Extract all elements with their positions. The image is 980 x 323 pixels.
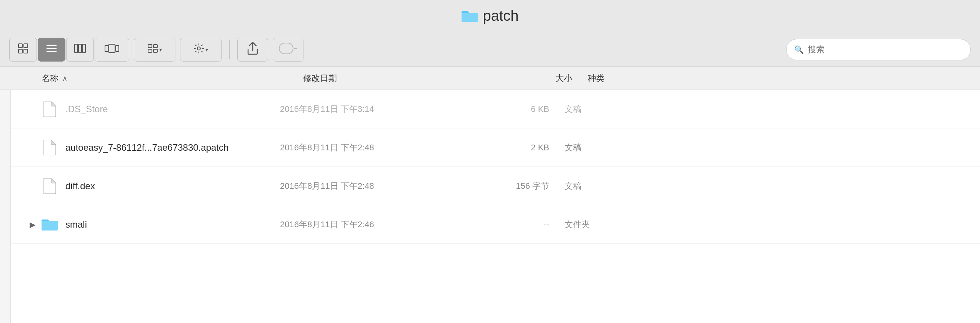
file-name-text: .DS_Store: [65, 104, 108, 115]
row-indent: ▶: [11, 220, 42, 229]
svg-rect-15: [148, 49, 152, 52]
column-headers: 名称 ∧ 修改日期 大小 种类: [0, 67, 980, 90]
sort-arrow-icon: ∧: [62, 74, 67, 83]
svg-rect-12: [116, 45, 119, 52]
col-header-name[interactable]: 名称 ∧: [11, 73, 303, 84]
file-size: --: [457, 220, 557, 230]
folder-icon-title: [462, 10, 478, 23]
gear-button[interactable]: ▾: [180, 38, 222, 62]
svg-rect-3: [24, 49, 28, 53]
file-date: 2016年8月11日 下午2:48: [280, 142, 457, 153]
table-row[interactable]: .DS_Store2016年8月11日 下午3:146 KB文稿: [11, 90, 980, 128]
window-title: patch: [483, 8, 519, 24]
toolbar: ▾ ▾: [0, 32, 980, 67]
file-size: 156 字节: [457, 180, 557, 192]
file-icon: [42, 100, 58, 119]
file-size: 2 KB: [457, 143, 557, 153]
file-area: 名称 ∧ 修改日期 大小 种类 .DS_Store2016年8月11日 下午3:…: [0, 67, 980, 323]
table-row[interactable]: diff.dex2016年8月11日 下午2:48156 字节文稿: [11, 167, 980, 205]
svg-rect-16: [153, 49, 157, 52]
file-date: 2016年8月11日 下午3:14: [280, 103, 457, 115]
tag-button[interactable]: [273, 38, 303, 62]
col-header-size[interactable]: 大小: [480, 73, 580, 84]
table-row[interactable]: ▶ smali2016年8月11日 下午2:46--文件夹: [11, 205, 980, 244]
file-name-col: .DS_Store: [11, 100, 280, 119]
table-row[interactable]: autoeasy_7-86112f...7ae673830.apatch2016…: [11, 128, 980, 167]
file-type: 文稿: [557, 103, 980, 115]
svg-rect-13: [148, 45, 152, 48]
file-name-text: smali: [65, 219, 87, 230]
gear-dropdown-arrow: ▾: [205, 47, 208, 53]
file-date: 2016年8月11日 下午2:48: [280, 180, 457, 192]
svg-rect-0: [18, 44, 22, 48]
svg-rect-8: [78, 44, 82, 53]
file-name-col: diff.dex: [11, 176, 280, 196]
svg-rect-9: [82, 44, 85, 53]
file-name-col: ▶ smali: [11, 215, 280, 234]
svg-rect-10: [105, 45, 108, 52]
view-columns-icon: [74, 44, 86, 55]
file-name-col: autoeasy_7-86112f...7ae673830.apatch: [11, 138, 280, 157]
svg-rect-2: [18, 49, 22, 53]
view-cover-icon: [105, 44, 119, 55]
view-columns-button[interactable]: [66, 38, 94, 62]
search-box[interactable]: 🔍: [786, 39, 971, 60]
file-name-text: diff.dex: [65, 181, 95, 191]
file-list: .DS_Store2016年8月11日 下午3:146 KB文稿 autoeas…: [11, 90, 980, 323]
svg-rect-14: [153, 45, 157, 48]
finder-window: patch: [0, 0, 980, 323]
share-icon: [247, 42, 258, 57]
view-grid-icon: [18, 43, 28, 56]
main-content: .DS_Store2016年8月11日 下午3:146 KB文稿 autoeas…: [0, 90, 980, 323]
file-icon: [42, 138, 58, 157]
group-button-group: ▾: [134, 38, 175, 62]
svg-rect-1: [24, 44, 28, 48]
title-bar-content: patch: [462, 8, 519, 24]
file-size: 6 KB: [457, 104, 557, 114]
folder-icon: [42, 215, 58, 234]
view-buttons-group: [9, 38, 129, 62]
col-header-type[interactable]: 种类: [580, 73, 980, 84]
gear-icon: [194, 43, 204, 56]
sidebar-strip: [0, 90, 11, 323]
file-type: 文稿: [557, 180, 980, 192]
share-button[interactable]: [237, 38, 268, 62]
tag-icon: [279, 43, 297, 57]
col-header-date[interactable]: 修改日期: [303, 73, 480, 84]
group-icon: [148, 44, 158, 55]
view-list-button[interactable]: [38, 38, 65, 62]
file-type: 文件夹: [557, 219, 980, 230]
group-button[interactable]: ▾: [134, 38, 175, 62]
title-bar: patch: [0, 0, 980, 32]
svg-point-17: [197, 47, 200, 50]
file-icon: [42, 176, 58, 196]
view-cover-button[interactable]: [95, 38, 129, 62]
svg-rect-7: [75, 44, 78, 53]
expand-arrow-icon[interactable]: ▶: [30, 220, 35, 229]
search-input[interactable]: [808, 45, 963, 55]
file-name-text: autoeasy_7-86112f...7ae673830.apatch: [65, 142, 228, 153]
search-icon: 🔍: [794, 45, 804, 54]
svg-rect-11: [109, 44, 115, 53]
toolbar-separator-1: [229, 40, 230, 59]
group-dropdown-arrow: ▾: [159, 47, 162, 53]
view-grid-button[interactable]: [9, 38, 37, 62]
file-date: 2016年8月11日 下午2:46: [280, 219, 457, 230]
view-list-icon: [46, 44, 57, 55]
svg-rect-18: [279, 43, 293, 54]
file-type: 文稿: [557, 142, 980, 153]
